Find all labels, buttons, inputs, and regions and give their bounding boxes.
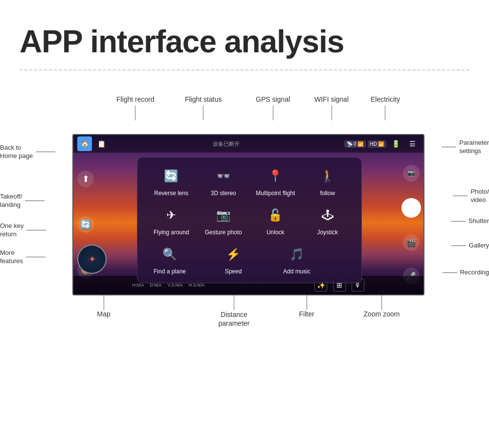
reverse-lens-label: Reverse lens [154, 190, 188, 197]
gesture-photo-icon: 📷 [213, 204, 234, 226]
vs-status: V.S:N/A [168, 283, 183, 288]
annotation-flight-status: Flight status [185, 95, 222, 120]
popup-item-joystick[interactable]: 🕹 Joystick [303, 204, 352, 236]
annotation-photo-video: Photo/video [453, 188, 489, 204]
popup-item-follow[interactable]: 🚶 follow [303, 165, 352, 197]
3d-stereo-icon: 👓 [213, 165, 234, 187]
popup-row-3: 🔍 Find a plane ⚡ Speed 🎵 Add music [145, 244, 354, 275]
add-music-icon: 🎵 [286, 244, 308, 265]
left-controls: ⬆ 🔄 📦 [73, 153, 98, 295]
find-plane-label: Find a plane [154, 268, 186, 275]
home-icon[interactable]: 🏠 [77, 136, 92, 151]
popup-item-gesture-photo[interactable]: 📷 Gesture photo [199, 204, 248, 236]
divider [20, 69, 469, 70]
battery-icon: 🔋 [388, 136, 403, 151]
popup-item-flying-around[interactable]: ✈ Flying around [147, 204, 196, 236]
popup-row-1: 🔄 Reverse lens 👓 3D stereo 📍 Multipoint … [145, 165, 354, 197]
popup-row-2: ✈ Flying around 📷 Gesture photo 🔓 Unlock… [145, 204, 354, 236]
speed-icon: ⚡ [222, 244, 244, 265]
menu-icon[interactable]: ☰ [405, 136, 420, 151]
joystick-icon: 🕹 [317, 204, 338, 226]
phone-topbar: 🏠 📋 设备已断开 📡0 📶 HD 📶 🔋 ☰ [73, 135, 423, 153]
h-status: H:N/A [133, 283, 144, 288]
annotation-flight-record: Flight record [116, 95, 155, 120]
popup-item-find-plane[interactable]: 🔍 Find a plane [145, 244, 194, 275]
popup-item-unlock[interactable]: 🔓 Unlock [251, 204, 300, 236]
popup-item-add-music[interactable]: 🎵 Add music [272, 244, 321, 275]
speed-label: Speed [225, 268, 242, 275]
find-plane-icon: 🔍 [159, 244, 180, 265]
follow-icon: 🚶 [317, 165, 338, 187]
annotation-zoom: Zoom zoom [364, 295, 400, 318]
popup-item-multipoint[interactable]: 📍 Multipoint flight [251, 165, 300, 197]
d-status: D:N/A [150, 283, 162, 288]
unlock-label: Unlock [267, 229, 285, 236]
annotation-back-home: Back toHome page [0, 144, 55, 160]
annotation-takeoff-landing: Takeoff/landing [0, 193, 44, 209]
photo-video-button[interactable]: 📷 [403, 165, 420, 181]
annotation-filter: Filter [299, 295, 314, 318]
reverse-lens-icon: 🔄 [160, 165, 182, 187]
annotation-electricity: Electricity [371, 95, 400, 120]
main-diagram: Flight record Flight status GPS signal W… [0, 90, 489, 423]
hs-status: H.S:N/A [189, 283, 205, 288]
top-annotations-container: Flight record Flight status GPS signal W… [72, 90, 424, 134]
page-title: APP interface analysis [0, 0, 489, 69]
annotation-more-features: Morefeatures [0, 249, 45, 266]
right-controls: 📷 🎬 🎤 [399, 153, 423, 295]
popup-item-reverse-lens[interactable]: 🔄 Reverse lens [147, 165, 196, 197]
annotation-distance-param: Distanceparameter [219, 295, 250, 328]
popup-menu: 🔄 Reverse lens 👓 3D stereo 📍 Multipoint … [137, 157, 362, 283]
map-circle[interactable]: ✦ [77, 245, 107, 274]
add-music-label: Add music [283, 268, 311, 275]
annotation-wifi-signal: WIFI signal [314, 95, 349, 120]
hd-signal-box: HD 📶 [368, 140, 386, 148]
bottom-status: H:N/A D:N/A V.S:N/A H.S:N/A [133, 283, 205, 288]
gallery-button[interactable]: 🎬 [403, 234, 420, 251]
flying-around-label: Flying around [154, 229, 189, 236]
phone-screen: 🏠 📋 设备已断开 📡0 📶 HD 📶 🔋 ☰ ⬆ 🔄 📦 📷 🎬 [72, 134, 424, 295]
annotation-one-key-return: One keyreturn [0, 222, 46, 239]
annotation-param-settings: Parametersettings [442, 139, 489, 156]
follow-label: follow [320, 190, 335, 197]
gesture-photo-label: Gesture photo [205, 229, 242, 236]
popup-item-speed[interactable]: ⚡ Speed [209, 244, 258, 275]
one-key-return-button[interactable]: 🔄 [77, 216, 94, 233]
compass-icon: ✦ [89, 254, 96, 265]
flying-around-icon: ✈ [160, 204, 182, 226]
annotation-gallery: Gallery [451, 242, 489, 250]
record-icon[interactable]: 📋 [94, 136, 109, 151]
annotation-recording: Recording [443, 269, 489, 277]
joystick-label: Joystick [317, 229, 338, 236]
multipoint-icon: 📍 [265, 165, 286, 187]
annotation-map: Map [97, 295, 110, 318]
unlock-icon: 🔓 [265, 204, 286, 226]
device-status: 设备已断开 [111, 140, 342, 148]
gps-signal-box: 📡0 📶 [344, 140, 366, 148]
annotation-shutter: Shutter [451, 217, 489, 225]
annotation-gps-signal: GPS signal [256, 95, 290, 120]
popup-item-3d-stereo[interactable]: 👓 3D stereo [199, 165, 248, 197]
3d-stereo-label: 3D stereo [211, 190, 236, 197]
bottom-annotations: Map Distanceparameter Filter Zoom zoom [72, 295, 424, 328]
takeoff-landing-button[interactable]: ⬆ [77, 171, 94, 187]
multipoint-label: Multipoint flight [256, 190, 295, 197]
shutter-button[interactable] [401, 198, 421, 218]
